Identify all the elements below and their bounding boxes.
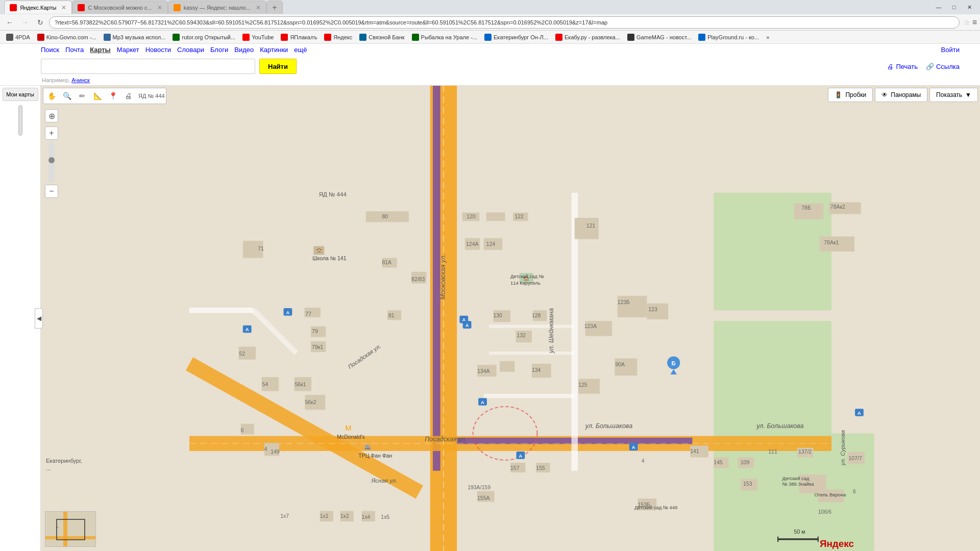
svg-text:А: А	[286, 310, 290, 315]
bookmark-favicon	[281, 34, 288, 41]
minimize-button[interactable]: —	[932, 3, 945, 12]
maximize-button[interactable]: □	[947, 3, 961, 12]
tab-close[interactable]: ✕	[61, 4, 66, 11]
svg-text:Детский сад № 449: Детский сад № 449	[634, 505, 677, 510]
bookmark-yaplakal[interactable]: ЯПлакалъ	[278, 32, 320, 43]
nav-more[interactable]: ещё	[294, 46, 307, 54]
draw-tool[interactable]: ✏	[75, 89, 89, 103]
show-dropdown-button[interactable]: Показать ▼	[929, 88, 978, 102]
close-button[interactable]: ✕	[963, 3, 976, 12]
svg-text:1х4: 1х4	[362, 514, 371, 520]
svg-text:ул. Большакова: ул. Большакова	[756, 422, 803, 430]
minimap[interactable]	[45, 511, 96, 547]
zoom-slider[interactable]	[48, 142, 55, 183]
svg-text:4: 4	[264, 446, 267, 452]
svg-text:Детский сад: Детский сад	[782, 475, 810, 481]
new-tab-button[interactable]: +	[266, 1, 283, 14]
svg-rect-170	[56, 527, 59, 528]
svg-text:153: 153	[743, 481, 752, 487]
svg-text:121: 121	[586, 223, 596, 229]
svg-text:Детский сад №: Детский сад №	[510, 273, 544, 279]
bookmark-ekabu[interactable]: Екабу.ру - развлека...	[552, 32, 623, 43]
bookmark-4pda[interactable]: 4PDA	[3, 32, 33, 43]
svg-text:124А: 124А	[466, 241, 478, 247]
bookmark-svyaznoy[interactable]: Связной Банк	[356, 32, 407, 43]
link-button[interactable]: 🔗 Ссылка	[926, 63, 960, 70]
bookmark-youtube[interactable]: YouTube	[239, 32, 277, 43]
window-controls: — □ ✕	[932, 3, 976, 12]
zoom-out-button[interactable]: −	[45, 185, 58, 198]
svg-text:А: А	[632, 444, 635, 450]
bookmark-more-label: »	[766, 34, 769, 40]
svg-text:Отель Верона: Отель Верона	[814, 492, 846, 497]
yandex-search-button[interactable]: Найти	[259, 59, 297, 74]
tab-close[interactable]: ✕	[157, 4, 162, 11]
svg-text:128: 128	[532, 313, 541, 318]
svg-text:77: 77	[306, 311, 312, 317]
bookmark-label: ЯПлакалъ	[290, 34, 317, 40]
map-container[interactable]: ✋ 🔍 ✏ 📐 📍 🖨 ЯД № 444 🚦 Пробки 👁 Панорамы	[41, 86, 980, 551]
back-button[interactable]: ←	[3, 16, 16, 29]
nav-dictionaries[interactable]: Словари	[177, 46, 204, 54]
example-link[interactable]: Ачинск	[71, 77, 90, 83]
bookmark-playground[interactable]: PlayGround.ru - ко...	[695, 32, 762, 43]
reload-button[interactable]: ↻	[34, 16, 47, 29]
svg-text:А: А	[465, 322, 469, 328]
svg-text:6: 6	[853, 489, 856, 494]
nav-maps[interactable]: Карты	[90, 46, 111, 54]
bookmark-fishing[interactable]: Рыбалка на Урале -...	[409, 32, 480, 43]
bookmark-rutor[interactable]: rutor.org Открытый...	[169, 32, 238, 43]
bookmark-label: Рыбалка на Урале -...	[421, 34, 477, 40]
svg-text:1х7: 1х7	[280, 513, 289, 519]
svg-text:82/83: 82/83	[411, 277, 425, 282]
svg-text:Яндекс: Яндекс	[820, 538, 854, 549]
traffic-button[interactable]: 🚦 Пробки	[828, 88, 873, 102]
nav-video[interactable]: Видео	[234, 46, 254, 54]
bookmark-more[interactable]: »	[763, 32, 772, 43]
zoom-tool[interactable]: 🔍	[60, 89, 74, 103]
nav-news[interactable]: Новости	[145, 46, 171, 54]
link-label: Ссылка	[936, 63, 960, 70]
yandex-right-actions: 🖨 Печать 🔗 Ссылка	[887, 63, 960, 70]
nav-market[interactable]: Маркет	[117, 46, 139, 54]
nav-search[interactable]: Поиск	[41, 46, 59, 54]
tab-s-moskovskoy[interactable]: С Московской можно с... ✕	[72, 1, 167, 14]
nav-images[interactable]: Картинки	[260, 46, 288, 54]
zoom-in-button[interactable]: +	[45, 127, 58, 140]
nav-blogs[interactable]: Блоги	[210, 46, 228, 54]
nav-mail[interactable]: Почта	[65, 46, 84, 54]
bookmark-star[interactable]: ☆	[964, 18, 970, 27]
svg-text:Б: Б	[672, 360, 676, 366]
bookmark-kinogovno[interactable]: Kino-Govno.com -...	[34, 32, 100, 43]
tab-yandex-maps[interactable]: Яндекс.Карты ✕	[4, 1, 72, 14]
bookmark-yandex[interactable]: Яндекс	[321, 32, 355, 43]
bookmark-ekb[interactable]: Екатеринбург Он-Л...	[481, 32, 551, 43]
svg-text:1х1: 1х1	[320, 513, 329, 519]
panorama-button[interactable]: 👁 Панорамы	[875, 88, 927, 102]
my-maps-button[interactable]: Мои карты	[3, 88, 38, 101]
url-bar[interactable]: ?rtext=56.973822%2C60.579077~56.817321%2…	[49, 16, 960, 29]
measure-tool[interactable]: 📐	[90, 89, 105, 103]
bookmark-label: Екабу.ру - развлека...	[565, 34, 620, 40]
bookmark-mp3[interactable]: Mp3 музыка испол...	[101, 32, 169, 43]
pin-tool[interactable]: 📍	[106, 89, 120, 103]
bookmark-favicon	[484, 34, 492, 41]
tab-kassy[interactable]: kassy — Яндекс: нашло... ✕	[168, 1, 266, 14]
menu-icon[interactable]: ≡	[972, 18, 977, 27]
print-map-tool[interactable]: 🖨	[121, 89, 135, 103]
svg-text:123Б: 123Б	[618, 299, 630, 305]
svg-text:50 м: 50 м	[794, 529, 805, 535]
tab-close[interactable]: ✕	[256, 4, 261, 11]
panorama-icon: 👁	[881, 91, 888, 98]
svg-text:155: 155	[536, 465, 545, 471]
bookmark-favicon	[37, 34, 44, 41]
pan-tool[interactable]: ✋	[44, 89, 59, 103]
bookmark-gamemag[interactable]: GameMAG - новост...	[624, 32, 694, 43]
compass-button[interactable]: ⊕	[45, 109, 58, 122]
example-hint: Например, Ачинск	[41, 77, 980, 85]
print-button[interactable]: 🖨 Печать	[887, 63, 918, 70]
login-button[interactable]: Войти	[941, 46, 960, 54]
yandex-search-input[interactable]	[41, 59, 255, 74]
sidebar-collapse-arrow[interactable]: ◀	[35, 308, 43, 329]
forward-button[interactable]: →	[18, 16, 32, 29]
